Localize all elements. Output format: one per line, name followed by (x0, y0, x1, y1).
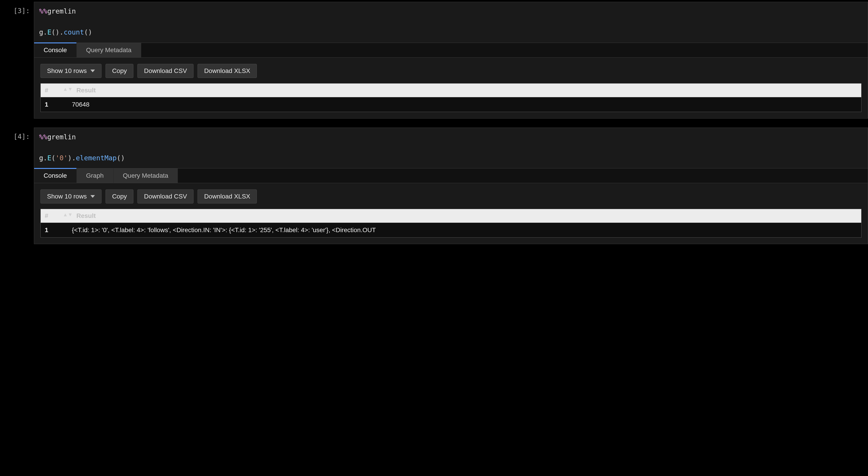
code-token: ( (51, 154, 55, 162)
chevron-down-icon (90, 195, 95, 198)
magic-name: gremlin (47, 133, 76, 141)
cell-4: [4]: %%gremlin g.E('0').elementMap() Con… (0, 128, 868, 244)
result-table: # ▲▼ Result 1 {<T.id: 1>: '0', <T.label:… (40, 209, 862, 238)
table-header: # ▲▼ Result (41, 209, 861, 223)
row-value: 70648 (72, 101, 857, 108)
code-token: () (51, 28, 59, 36)
show-rows-button[interactable]: Show 10 rows (40, 190, 101, 203)
code-token: g (39, 28, 43, 36)
code-token: ) (68, 154, 72, 162)
show-rows-label: Show 10 rows (47, 67, 87, 74)
table-header: # ▲▼ Result (41, 83, 861, 97)
result-table: # ▲▼ Result 1 70648 (40, 83, 862, 112)
code-input[interactable]: %%gremlin g.E('0').elementMap() (34, 128, 868, 169)
code-input[interactable]: %%gremlin g.E().count() (34, 2, 868, 43)
show-rows-button[interactable]: Show 10 rows (40, 64, 101, 78)
sort-icon[interactable]: ▲▼ (63, 212, 67, 219)
download-xlsx-button[interactable]: Download XLSX (197, 64, 257, 78)
code-token: . (59, 28, 64, 36)
output-toolbar: Show 10 rows Copy Download CSV Download … (34, 58, 868, 83)
code-token: '0' (55, 154, 68, 162)
code-token: () (84, 28, 92, 36)
sort-icon[interactable]: ▲▼ (63, 86, 67, 94)
header-result[interactable]: Result (76, 87, 857, 94)
code-token: . (72, 154, 76, 162)
table-row: 1 70648 (41, 97, 861, 112)
code-token: g (39, 154, 43, 162)
code-token: . (43, 28, 47, 36)
row-index: 1 (45, 227, 54, 234)
copy-button[interactable]: Copy (105, 64, 133, 78)
output-toolbar: Show 10 rows Copy Download CSV Download … (34, 183, 868, 209)
magic-name: gremlin (47, 7, 76, 15)
tab-query-metadata[interactable]: Query Metadata (114, 168, 178, 183)
tab-console[interactable]: Console (34, 43, 76, 57)
code-token: () (117, 154, 125, 162)
tab-query-metadata[interactable]: Query Metadata (76, 43, 141, 57)
magic-prefix: %% (39, 7, 47, 15)
notebook: [3]: %%gremlin g.E().count() Console Que… (0, 2, 868, 253)
download-csv-button[interactable]: Download CSV (137, 190, 193, 203)
cell-body: %%gremlin g.E('0').elementMap() Console … (34, 128, 868, 244)
output-area: Console Graph Query Metadata Show 10 row… (34, 168, 868, 244)
cell-prompt: [3]: (0, 2, 34, 15)
code-token: elementMap (76, 154, 117, 162)
code-token: E (47, 28, 51, 36)
output-tabs: Console Graph Query Metadata (34, 168, 868, 183)
cell-body: %%gremlin g.E().count() Console Query Me… (34, 2, 868, 118)
header-result[interactable]: Result (76, 212, 857, 219)
chevron-down-icon (90, 70, 95, 72)
tab-graph[interactable]: Graph (76, 168, 114, 183)
download-xlsx-button[interactable]: Download XLSX (197, 190, 257, 203)
code-token: count (64, 28, 84, 36)
header-index[interactable]: # (45, 212, 54, 219)
header-index[interactable]: # (45, 87, 54, 94)
copy-button[interactable]: Copy (105, 190, 133, 203)
table-row: 1 {<T.id: 1>: '0', <T.label: 4>: 'follow… (41, 223, 861, 237)
cell-3: [3]: %%gremlin g.E().count() Console Que… (0, 2, 868, 118)
code-token: . (43, 154, 47, 162)
output-area: Console Query Metadata Show 10 rows Copy… (34, 43, 868, 118)
tab-console[interactable]: Console (34, 168, 76, 183)
magic-prefix: %% (39, 133, 47, 141)
show-rows-label: Show 10 rows (47, 193, 87, 200)
code-token: E (47, 154, 51, 162)
cell-prompt: [4]: (0, 128, 34, 140)
output-tabs: Console Query Metadata (34, 43, 868, 58)
row-value: {<T.id: 1>: '0', <T.label: 4>: 'follows'… (72, 227, 857, 234)
row-index: 1 (45, 101, 54, 108)
download-csv-button[interactable]: Download CSV (137, 64, 193, 78)
